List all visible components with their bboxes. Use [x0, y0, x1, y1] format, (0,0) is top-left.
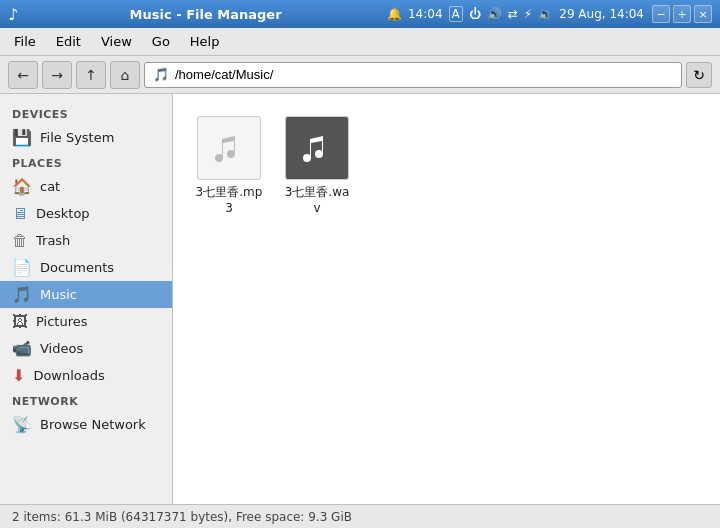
file-content: 3七里香.mp3 3七里香.wav: [173, 94, 720, 504]
sidebar-item-label: Desktop: [36, 206, 90, 221]
tray-time: 14:04: [408, 7, 443, 21]
main-layout: DEVICES 💾 File System PLACES 🏠 cat 🖥 Des…: [0, 94, 720, 504]
music-icon: 🎵: [12, 285, 32, 304]
up-button[interactable]: ↑: [76, 61, 106, 89]
sidebar-item-trash[interactable]: 🗑 Trash: [0, 227, 172, 254]
menu-go[interactable]: Go: [142, 30, 180, 53]
sidebar: DEVICES 💾 File System PLACES 🏠 cat 🖥 Des…: [0, 94, 173, 504]
tray-date: 29 Aug, 14:04: [559, 7, 644, 21]
documents-icon: 📄: [12, 258, 32, 277]
app-icon: ♪: [8, 5, 18, 24]
devices-header: DEVICES: [0, 102, 172, 124]
downloads-icon: ⬇: [12, 366, 25, 385]
titlebar: ♪ Music - File Manager 🔔 14:04 A ⏻ 🔊 ⇄ ⚡…: [0, 0, 720, 28]
trash-icon: 🗑: [12, 231, 28, 250]
tray-keyboard-icon: A: [449, 6, 463, 22]
back-button[interactable]: ←: [8, 61, 38, 89]
sidebar-item-label: Music: [40, 287, 77, 302]
sidebar-item-label: Pictures: [36, 314, 87, 329]
sidebar-item-label: File System: [40, 130, 114, 145]
file-grid: 3七里香.mp3 3七里香.wav: [189, 110, 704, 488]
sidebar-item-desktop[interactable]: 🖥 Desktop: [0, 200, 172, 227]
menu-help[interactable]: Help: [180, 30, 230, 53]
sidebar-item-filesystem[interactable]: 💾 File System: [0, 124, 172, 151]
sidebar-item-label: Browse Network: [40, 417, 146, 432]
sidebar-item-label: Documents: [40, 260, 114, 275]
menubar: File Edit View Go Help: [0, 28, 720, 56]
network-icon: 📡: [12, 415, 32, 434]
sidebar-item-videos[interactable]: 📹 Videos: [0, 335, 172, 362]
home-icon: 🏠: [12, 177, 32, 196]
file-thumb-wav: [285, 116, 349, 180]
places-header: PLACES: [0, 151, 172, 173]
wm-controls: − + ×: [652, 5, 712, 23]
file-item-mp3[interactable]: 3七里香.mp3: [189, 110, 269, 221]
address-input[interactable]: /home/cat/Music/: [175, 67, 673, 82]
file-item-wav[interactable]: 3七里香.wav: [277, 110, 357, 221]
sidebar-item-cat[interactable]: 🏠 cat: [0, 173, 172, 200]
filesystem-icon: 💾: [12, 128, 32, 147]
tray-bell-icon: 🔔: [387, 7, 402, 21]
videos-icon: 📹: [12, 339, 32, 358]
sidebar-item-music[interactable]: 🎵 Music: [0, 281, 172, 308]
file-label-wav: 3七里香.wav: [283, 184, 351, 215]
status-text: 2 items: 61.3 MiB (64317371 bytes), Free…: [12, 510, 352, 524]
network-header: NETWORK: [0, 389, 172, 411]
file-label-mp3: 3七里香.mp3: [195, 184, 263, 215]
tray-volume-icon: 🔊: [487, 7, 502, 21]
statusbar: 2 items: 61.3 MiB (64317371 bytes), Free…: [0, 504, 720, 528]
tray-bolt-icon: ⚡: [524, 7, 532, 21]
system-tray: 🔔 14:04 A ⏻ 🔊 ⇄ ⚡ 🔉 29 Aug, 14:04: [387, 6, 644, 22]
address-bar: 🎵 /home/cat/Music/: [144, 62, 682, 88]
sidebar-item-pictures[interactable]: 🖼 Pictures: [0, 308, 172, 335]
sidebar-item-label: Downloads: [33, 368, 104, 383]
sidebar-item-label: cat: [40, 179, 60, 194]
file-thumb-mp3: [197, 116, 261, 180]
desktop-icon: 🖥: [12, 204, 28, 223]
sidebar-item-browse-network[interactable]: 📡 Browse Network: [0, 411, 172, 438]
address-folder-icon: 🎵: [153, 67, 169, 82]
sidebar-item-label: Trash: [36, 233, 70, 248]
reload-button[interactable]: ↻: [686, 62, 712, 88]
sidebar-item-label: Videos: [40, 341, 83, 356]
toolbar: ← → ↑ ⌂ 🎵 /home/cat/Music/ ↻: [0, 56, 720, 94]
forward-button[interactable]: →: [42, 61, 72, 89]
sidebar-item-downloads[interactable]: ⬇ Downloads: [0, 362, 172, 389]
titlebar-title: Music - File Manager: [24, 7, 387, 22]
svg-rect-1: [297, 128, 337, 168]
sidebar-item-documents[interactable]: 📄 Documents: [0, 254, 172, 281]
minimize-button[interactable]: −: [652, 5, 670, 23]
menu-edit[interactable]: Edit: [46, 30, 91, 53]
tray-arrows-icon: ⇄: [508, 7, 518, 21]
svg-rect-0: [209, 128, 249, 168]
tray-speaker-icon: 🔉: [538, 7, 553, 21]
home-button[interactable]: ⌂: [110, 61, 140, 89]
tray-power-icon: ⏻: [469, 7, 481, 21]
pictures-icon: 🖼: [12, 312, 28, 331]
maximize-button[interactable]: +: [673, 5, 691, 23]
close-button[interactable]: ×: [694, 5, 712, 23]
menu-view[interactable]: View: [91, 30, 142, 53]
menu-file[interactable]: File: [4, 30, 46, 53]
